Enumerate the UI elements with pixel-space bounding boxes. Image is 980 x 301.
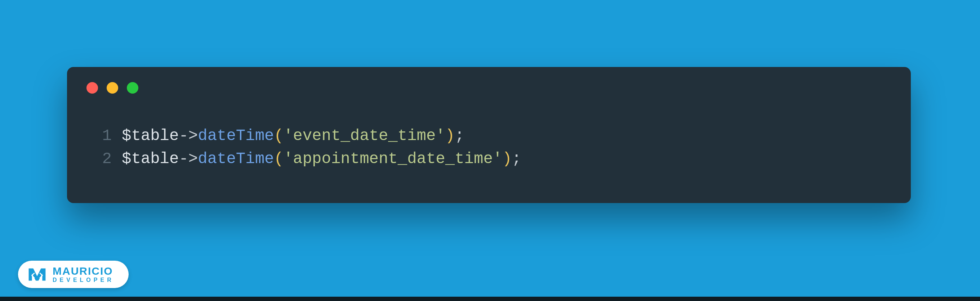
token-paren: ( <box>274 147 283 171</box>
brand-badge: MAURICIO DEVELOPER <box>18 261 129 288</box>
token-variable: $table <box>122 125 179 147</box>
token-method: dateTime <box>198 147 274 171</box>
close-icon[interactable] <box>86 82 98 93</box>
token-variable: $table <box>122 147 179 171</box>
line-number: 2 <box>99 147 122 171</box>
bottom-bar <box>0 297 980 301</box>
code-line: 1 $table -> dateTime ( 'event_date_time'… <box>99 125 521 147</box>
code-area: 1 $table -> dateTime ( 'event_date_time'… <box>99 125 521 171</box>
minimize-icon[interactable] <box>107 82 118 93</box>
token-string: 'appointment_date_time' <box>283 147 502 171</box>
token-arrow: -> <box>179 147 198 171</box>
brand-text: MAURICIO DEVELOPER <box>52 266 114 283</box>
token-paren: ) <box>502 147 512 171</box>
token-semicolon: ; <box>455 125 464 147</box>
window-controls <box>86 82 138 93</box>
maximize-icon[interactable] <box>127 82 138 93</box>
token-string: 'event_date_time' <box>283 125 445 147</box>
token-paren: ( <box>274 125 283 147</box>
token-arrow: -> <box>179 125 198 147</box>
brand-name: MAURICIO <box>52 266 114 277</box>
token-method: dateTime <box>198 125 274 147</box>
brand-logo-icon <box>27 266 47 282</box>
token-semicolon: ; <box>512 147 521 171</box>
line-number: 1 <box>99 125 122 147</box>
code-window: 1 $table -> dateTime ( 'event_date_time'… <box>67 67 911 203</box>
brand-subtitle: DEVELOPER <box>52 277 114 283</box>
code-line: 2 $table -> dateTime ( 'appointment_date… <box>99 147 521 171</box>
token-paren: ) <box>445 125 455 147</box>
